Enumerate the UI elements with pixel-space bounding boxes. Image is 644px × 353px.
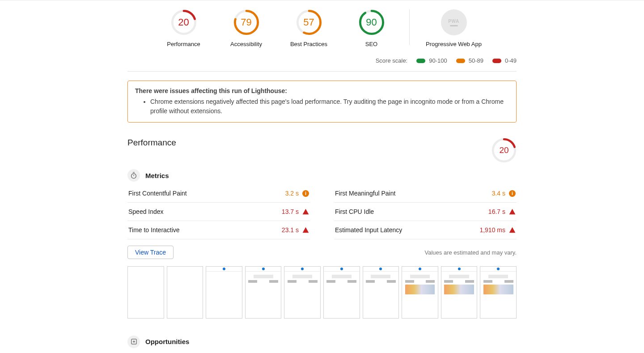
filmstrip (127, 266, 517, 319)
filmstrip-frame[interactable] (284, 266, 321, 319)
info-icon: i (302, 190, 309, 197)
score-scale-legend: Score scale: 90-10050-890-49 (127, 54, 517, 72)
score-gauge-accessibility[interactable]: 79Accessibility (215, 9, 278, 47)
info-icon: i (509, 190, 516, 197)
metric-value: 3.2 s (285, 190, 299, 197)
estimate-note: Values are estimated and may vary. (425, 249, 517, 256)
filmstrip-frame[interactable] (127, 266, 164, 319)
metrics-title: Metrics (145, 172, 169, 179)
filmstrip-frame[interactable] (323, 266, 360, 319)
metric-value: 3.4 s (492, 190, 505, 197)
filmstrip-frame[interactable] (206, 266, 242, 319)
warning-icon (302, 227, 309, 233)
metric-value: 23.1 s (282, 226, 299, 234)
warning-icon (302, 208, 309, 215)
scale-item: 50-89 (456, 57, 483, 64)
pwa-icon: PWA (441, 9, 467, 35)
opportunities-title: Opportunities (145, 338, 189, 345)
score-header: 20Performance79Accessibility57Best Pract… (127, 0, 517, 54)
opportunities-subsection-header: Opportunities (127, 336, 517, 348)
performance-title: Performance (127, 138, 176, 148)
metric-label: First Contentful Paint (128, 190, 187, 197)
warning-icon (509, 208, 516, 215)
warning-title: There were issues affecting this run of … (135, 87, 509, 94)
warning-icon (509, 227, 516, 233)
scale-item: 0-49 (492, 57, 517, 64)
metric-label: First Meaningful Paint (335, 190, 395, 197)
scale-label: Score scale: (376, 57, 408, 64)
filmstrip-frame[interactable] (363, 266, 399, 319)
performance-gauge-small: 20 (491, 138, 517, 163)
metrics-grid: First Contentful Paint3.2 siSpeed Index1… (127, 184, 517, 239)
score-gauge-best-practices[interactable]: 57Best Practices (278, 9, 340, 47)
filmstrip-frame[interactable] (402, 266, 438, 319)
lighthouse-warning-box: There were issues affecting this run of … (127, 81, 517, 123)
metric-row[interactable]: First CPU Idle16.7 s (334, 203, 517, 221)
score-gauge-performance[interactable]: 20Performance (153, 9, 215, 47)
opportunities-icon (127, 336, 140, 348)
metrics-subsection-header: Metrics (127, 169, 517, 182)
metric-label: Estimated Input Latency (335, 226, 402, 234)
metric-label: Time to Interactive (128, 226, 180, 234)
score-gauge-pwa[interactable]: PWAProgressive Web App (416, 9, 492, 47)
filmstrip-frame[interactable] (480, 266, 517, 319)
view-trace-button[interactable]: View Trace (127, 246, 174, 259)
metric-row[interactable]: First Meaningful Paint3.4 si (334, 184, 517, 203)
metric-value: 16.7 s (488, 208, 505, 215)
metric-value: 13.7 s (282, 208, 299, 215)
stopwatch-icon (127, 169, 140, 182)
performance-section-header: Performance 20 (127, 138, 517, 163)
metric-row[interactable]: Estimated Input Latency1,910 ms (334, 221, 517, 239)
metric-row[interactable]: Time to Interactive23.1 s (127, 221, 310, 239)
scale-item: 90-100 (416, 57, 447, 64)
metric-label: First CPU Idle (335, 208, 374, 215)
metric-row[interactable]: Speed Index13.7 s (127, 203, 310, 221)
filmstrip-frame[interactable] (441, 266, 478, 319)
metric-label: Speed Index (128, 208, 164, 215)
metric-value: 1,910 ms (479, 226, 505, 234)
filmstrip-frame[interactable] (167, 266, 203, 319)
score-divider (409, 9, 410, 45)
metric-row[interactable]: First Contentful Paint3.2 si (127, 184, 310, 203)
filmstrip-frame[interactable] (245, 266, 282, 319)
warning-item: Chrome extensions negatively affected th… (150, 97, 509, 116)
performance-gauge-value: 20 (499, 145, 508, 155)
score-gauge-seo[interactable]: 90SEO (340, 9, 403, 47)
